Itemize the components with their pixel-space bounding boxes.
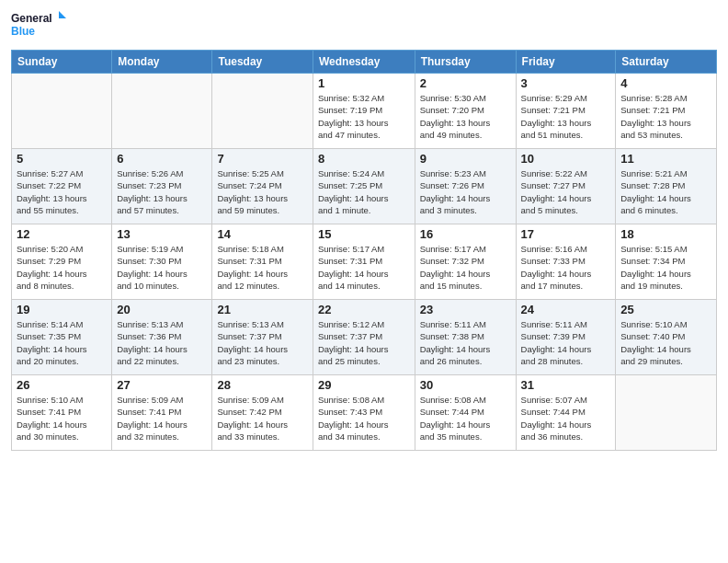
day-info: Sunrise: 5:14 AMSunset: 7:35 PMDaylight:… <box>17 318 107 367</box>
day-info: Sunrise: 5:18 AMSunset: 7:31 PMDaylight:… <box>217 243 307 292</box>
calendar-cell: 2Sunrise: 5:30 AMSunset: 7:20 PMDaylight… <box>415 74 516 149</box>
calendar-cell: 1Sunrise: 5:32 AMSunset: 7:19 PMDaylight… <box>313 74 415 149</box>
day-number: 20 <box>117 303 207 316</box>
day-info: Sunrise: 5:13 AMSunset: 7:36 PMDaylight:… <box>117 318 207 367</box>
day-info: Sunrise: 5:25 AMSunset: 7:24 PMDaylight:… <box>217 167 307 216</box>
calendar-cell: 19Sunrise: 5:14 AMSunset: 7:35 PMDayligh… <box>12 300 112 375</box>
day-number: 16 <box>420 227 511 241</box>
calendar-cell <box>12 74 112 149</box>
day-info: Sunrise: 5:20 AMSunset: 7:29 PMDaylight:… <box>17 243 107 292</box>
day-number: 3 <box>521 76 611 90</box>
day-info: Sunrise: 5:08 AMSunset: 7:43 PMDaylight:… <box>318 394 410 442</box>
day-number: 24 <box>521 303 611 316</box>
calendar-cell <box>112 74 212 149</box>
weekday-wednesday: Wednesday <box>313 51 415 74</box>
day-number: 25 <box>620 303 711 316</box>
day-number: 10 <box>521 152 611 166</box>
weekday-sunday: Sunday <box>12 51 112 74</box>
page-header: General Blue <box>11 9 717 42</box>
day-info: Sunrise: 5:10 AMSunset: 7:40 PMDaylight:… <box>620 318 711 367</box>
weekday-monday: Monday <box>112 51 212 74</box>
calendar-cell: 23Sunrise: 5:11 AMSunset: 7:38 PMDayligh… <box>415 300 516 375</box>
day-number: 26 <box>17 378 107 392</box>
calendar-cell: 21Sunrise: 5:13 AMSunset: 7:37 PMDayligh… <box>212 300 313 375</box>
day-number: 1 <box>318 76 410 90</box>
day-info: Sunrise: 5:12 AMSunset: 7:37 PMDaylight:… <box>318 318 410 367</box>
calendar-cell: 8Sunrise: 5:24 AMSunset: 7:25 PMDaylight… <box>313 149 415 224</box>
calendar-cell: 29Sunrise: 5:08 AMSunset: 7:43 PMDayligh… <box>313 375 415 451</box>
week-row-4: 19Sunrise: 5:14 AMSunset: 7:35 PMDayligh… <box>12 300 717 375</box>
calendar-cell: 5Sunrise: 5:27 AMSunset: 7:22 PMDaylight… <box>12 149 112 224</box>
day-info: Sunrise: 5:26 AMSunset: 7:23 PMDaylight:… <box>117 167 207 216</box>
calendar-cell: 26Sunrise: 5:10 AMSunset: 7:41 PMDayligh… <box>12 375 112 451</box>
day-number: 29 <box>318 378 410 392</box>
weekday-thursday: Thursday <box>415 51 516 74</box>
calendar-cell: 15Sunrise: 5:17 AMSunset: 7:31 PMDayligh… <box>313 224 415 300</box>
calendar-cell: 31Sunrise: 5:07 AMSunset: 7:44 PMDayligh… <box>516 375 616 451</box>
calendar-cell: 10Sunrise: 5:22 AMSunset: 7:27 PMDayligh… <box>516 149 616 224</box>
calendar-cell: 13Sunrise: 5:19 AMSunset: 7:30 PMDayligh… <box>112 224 212 300</box>
calendar-cell: 25Sunrise: 5:10 AMSunset: 7:40 PMDayligh… <box>616 300 717 375</box>
calendar-cell: 17Sunrise: 5:16 AMSunset: 7:33 PMDayligh… <box>516 224 616 300</box>
day-info: Sunrise: 5:13 AMSunset: 7:37 PMDaylight:… <box>217 318 307 367</box>
calendar-cell: 11Sunrise: 5:21 AMSunset: 7:28 PMDayligh… <box>616 149 717 224</box>
day-number: 18 <box>620 227 711 241</box>
logo: General Blue <box>11 9 66 42</box>
calendar: SundayMondayTuesdayWednesdayThursdayFrid… <box>11 50 717 451</box>
day-number: 13 <box>117 227 207 241</box>
logo-svg: General Blue <box>11 9 66 42</box>
weekday-friday: Friday <box>516 51 616 74</box>
calendar-cell: 14Sunrise: 5:18 AMSunset: 7:31 PMDayligh… <box>212 224 313 300</box>
day-info: Sunrise: 5:28 AMSunset: 7:21 PMDaylight:… <box>620 92 711 141</box>
calendar-cell: 4Sunrise: 5:28 AMSunset: 7:21 PMDaylight… <box>616 74 717 149</box>
day-info: Sunrise: 5:17 AMSunset: 7:31 PMDaylight:… <box>318 243 410 292</box>
day-number: 14 <box>217 227 307 241</box>
calendar-cell: 28Sunrise: 5:09 AMSunset: 7:42 PMDayligh… <box>212 375 313 451</box>
day-info: Sunrise: 5:11 AMSunset: 7:38 PMDaylight:… <box>420 318 511 367</box>
day-number: 27 <box>117 378 207 392</box>
weekday-header-row: SundayMondayTuesdayWednesdayThursdayFrid… <box>12 51 717 74</box>
day-info: Sunrise: 5:09 AMSunset: 7:42 PMDaylight:… <box>217 394 307 442</box>
calendar-cell: 22Sunrise: 5:12 AMSunset: 7:37 PMDayligh… <box>313 300 415 375</box>
day-info: Sunrise: 5:09 AMSunset: 7:41 PMDaylight:… <box>117 394 207 442</box>
svg-text:Blue: Blue <box>11 25 35 38</box>
day-info: Sunrise: 5:10 AMSunset: 7:41 PMDaylight:… <box>17 394 107 442</box>
day-info: Sunrise: 5:15 AMSunset: 7:34 PMDaylight:… <box>620 243 711 292</box>
calendar-cell: 7Sunrise: 5:25 AMSunset: 7:24 PMDaylight… <box>212 149 313 224</box>
calendar-cell <box>616 375 717 451</box>
day-info: Sunrise: 5:08 AMSunset: 7:44 PMDaylight:… <box>420 394 511 442</box>
day-info: Sunrise: 5:22 AMSunset: 7:27 PMDaylight:… <box>521 167 611 216</box>
day-number: 11 <box>620 152 711 166</box>
day-number: 28 <box>217 378 307 392</box>
calendar-cell: 20Sunrise: 5:13 AMSunset: 7:36 PMDayligh… <box>112 300 212 375</box>
week-row-1: 1Sunrise: 5:32 AMSunset: 7:19 PMDaylight… <box>12 74 717 149</box>
calendar-cell: 24Sunrise: 5:11 AMSunset: 7:39 PMDayligh… <box>516 300 616 375</box>
day-number: 12 <box>17 227 107 241</box>
day-number: 4 <box>620 76 711 90</box>
day-number: 7 <box>217 152 307 166</box>
week-row-3: 12Sunrise: 5:20 AMSunset: 7:29 PMDayligh… <box>12 224 717 300</box>
day-info: Sunrise: 5:23 AMSunset: 7:26 PMDaylight:… <box>420 167 511 216</box>
day-number: 9 <box>420 152 511 166</box>
weekday-saturday: Saturday <box>616 51 717 74</box>
day-info: Sunrise: 5:24 AMSunset: 7:25 PMDaylight:… <box>318 167 410 216</box>
day-info: Sunrise: 5:11 AMSunset: 7:39 PMDaylight:… <box>521 318 611 367</box>
week-row-5: 26Sunrise: 5:10 AMSunset: 7:41 PMDayligh… <box>12 375 717 451</box>
day-number: 31 <box>521 378 611 392</box>
calendar-cell: 9Sunrise: 5:23 AMSunset: 7:26 PMDaylight… <box>415 149 516 224</box>
day-number: 2 <box>420 76 511 90</box>
day-info: Sunrise: 5:32 AMSunset: 7:19 PMDaylight:… <box>318 92 410 141</box>
calendar-cell: 12Sunrise: 5:20 AMSunset: 7:29 PMDayligh… <box>12 224 112 300</box>
day-number: 5 <box>17 152 107 166</box>
calendar-cell <box>212 74 313 149</box>
calendar-cell: 30Sunrise: 5:08 AMSunset: 7:44 PMDayligh… <box>415 375 516 451</box>
day-info: Sunrise: 5:29 AMSunset: 7:21 PMDaylight:… <box>521 92 611 141</box>
day-info: Sunrise: 5:30 AMSunset: 7:20 PMDaylight:… <box>420 92 511 141</box>
calendar-cell: 27Sunrise: 5:09 AMSunset: 7:41 PMDayligh… <box>112 375 212 451</box>
day-number: 8 <box>318 152 410 166</box>
day-info: Sunrise: 5:16 AMSunset: 7:33 PMDaylight:… <box>521 243 611 292</box>
day-number: 23 <box>420 303 511 316</box>
day-number: 19 <box>17 303 107 316</box>
day-info: Sunrise: 5:27 AMSunset: 7:22 PMDaylight:… <box>17 167 107 216</box>
svg-text:General: General <box>11 12 52 25</box>
